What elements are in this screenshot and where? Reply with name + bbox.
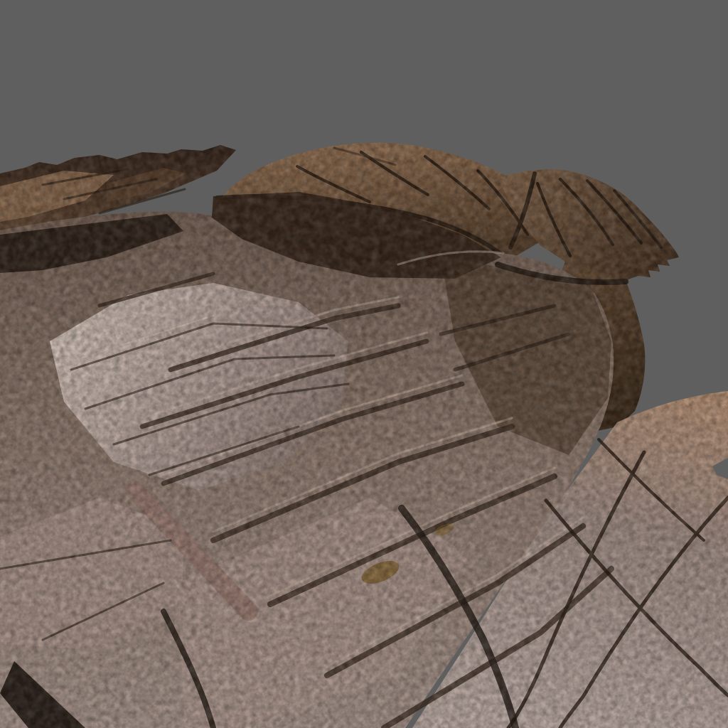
render-viewport — [0, 0, 728, 728]
rock-render-canvas — [0, 0, 728, 728]
